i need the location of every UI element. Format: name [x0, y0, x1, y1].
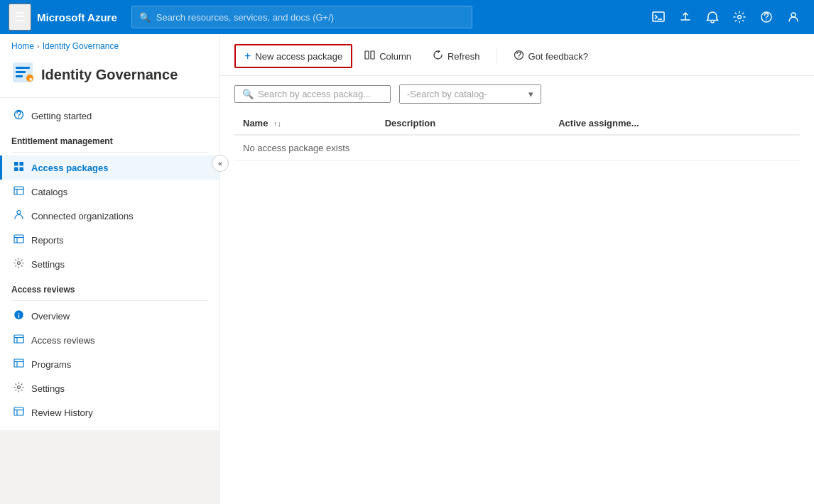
sidebar-collapse-button[interactable]: «: [212, 155, 229, 172]
chevron-down-icon: ▾: [528, 89, 533, 99]
svg-rect-31: [14, 359, 23, 367]
svg-rect-15: [20, 162, 24, 166]
svg-rect-16: [14, 168, 18, 172]
col-name-label: Name: [243, 118, 268, 128]
catalog-placeholder: -Search by catalog-: [407, 89, 487, 99]
page-header: ★ Identity Governance: [0, 55, 219, 98]
refresh-label: Refresh: [447, 51, 480, 62]
sidebar-item-connected-organizations[interactable]: Connected organizations: [0, 204, 219, 228]
col-description: Description: [376, 112, 550, 135]
new-access-package-label: New access package: [255, 51, 342, 62]
settings-entitlement-icon: [13, 258, 24, 270]
content-toolbar: + New access package Column Refresh: [220, 34, 814, 76]
feedback-button[interactable]: Got feedback?: [504, 45, 598, 67]
table-header-row: Name ↑↓ Description Active assignme...: [234, 112, 800, 135]
programs-label: Programs: [31, 359, 71, 370]
search-input[interactable]: [156, 12, 465, 23]
review-history-label: Review History: [31, 407, 93, 418]
topbar-actions: [646, 6, 805, 28]
svg-rect-14: [14, 162, 18, 166]
sort-icon: ↑↓: [273, 119, 281, 128]
breadcrumb-home[interactable]: Home: [11, 41, 34, 51]
sidebar-item-programs[interactable]: Programs: [0, 352, 219, 376]
svg-point-5: [791, 13, 796, 17]
getting-started-icon: [13, 109, 24, 122]
sidebar-item-review-history[interactable]: Review History: [0, 400, 219, 424]
svg-point-41: [518, 57, 519, 57]
svg-point-13: [18, 116, 19, 117]
column-button[interactable]: Column: [355, 45, 420, 67]
catalogs-label: Catalogs: [31, 187, 67, 197]
catalog-dropdown[interactable]: -Search by catalog- ▾: [399, 84, 541, 104]
table-empty-row: No access package exists: [234, 135, 800, 161]
sidebar-item-getting-started[interactable]: Getting started: [0, 104, 219, 128]
terminal-icon[interactable]: [646, 6, 671, 28]
sidebar-item-catalogs[interactable]: Catalogs: [0, 180, 219, 204]
refresh-button[interactable]: Refresh: [423, 45, 489, 67]
breadcrumb-current: Identity Governance: [43, 41, 119, 51]
svg-text:i: i: [18, 312, 20, 319]
catalogs-icon: [13, 185, 24, 198]
settings-entitlement-label: Settings: [31, 259, 65, 270]
svg-rect-39: [371, 51, 374, 59]
breadcrumb-separator: ›: [37, 42, 40, 50]
svg-rect-7: [16, 67, 30, 69]
sidebar-item-settings-reviews[interactable]: Settings: [0, 376, 219, 400]
programs-icon: [13, 358, 24, 371]
topbar: ☰ Microsoft Azure 🔍: [0, 0, 814, 34]
divider-access-reviews: [11, 300, 208, 301]
breadcrumb: Home › Identity Governance: [0, 34, 219, 55]
new-access-package-button[interactable]: + New access package: [234, 44, 352, 68]
svg-rect-38: [365, 51, 369, 59]
access-reviews-icon: [13, 334, 24, 346]
refresh-icon: [433, 50, 443, 62]
svg-rect-8: [16, 71, 26, 73]
svg-point-34: [18, 386, 21, 389]
divider-entitlement: [11, 152, 208, 153]
getting-started-label: Getting started: [31, 111, 92, 121]
global-search[interactable]: 🔍: [131, 6, 472, 28]
access-reviews-label: Access reviews: [31, 335, 95, 346]
brand-name: Microsoft Azure: [37, 11, 117, 23]
account-icon[interactable]: [781, 6, 805, 28]
settings-reviews-label: Settings: [31, 383, 65, 394]
table-container: Name ↑↓ Description Active assignme... N…: [220, 112, 814, 504]
sidebar-nav: Getting started Entitlement management A…: [0, 98, 219, 430]
svg-point-25: [18, 262, 21, 265]
reports-icon: [13, 234, 24, 246]
settings-icon[interactable]: [727, 6, 751, 28]
column-icon: [364, 50, 375, 62]
hamburger-button[interactable]: ☰: [9, 4, 31, 31]
upload-icon[interactable]: [673, 6, 698, 28]
svg-rect-22: [14, 235, 23, 243]
reports-label: Reports: [31, 235, 64, 246]
package-search-input[interactable]: [258, 89, 383, 99]
svg-rect-0: [653, 12, 664, 21]
sidebar-item-settings-entitlement[interactable]: Settings: [0, 252, 219, 276]
sidebar-item-reports[interactable]: Reports: [0, 228, 219, 252]
sidebar-item-access-packages[interactable]: Access packages: [0, 155, 219, 180]
svg-rect-28: [14, 335, 23, 343]
col-active-assignments: Active assignme...: [550, 112, 800, 135]
page-title: Identity Governance: [41, 67, 178, 83]
main-layout: Home › Identity Governance ★ Identity Go…: [0, 34, 814, 504]
sidebar-item-overview[interactable]: i Overview: [0, 304, 219, 328]
content-filters: 🔍 -Search by catalog- ▾: [220, 76, 814, 112]
svg-rect-18: [14, 187, 23, 195]
col-name[interactable]: Name ↑↓: [234, 112, 376, 135]
plus-icon: +: [244, 50, 251, 62]
column-label: Column: [379, 51, 411, 62]
svg-rect-9: [16, 75, 23, 77]
overview-icon: i: [13, 309, 24, 322]
access-packages-table: Name ↑↓ Description Active assignme... N…: [234, 112, 800, 161]
review-history-icon: [13, 406, 24, 419]
filter-search-icon: 🔍: [242, 89, 254, 99]
help-icon[interactable]: [754, 6, 778, 28]
col-description-label: Description: [385, 118, 436, 128]
overview-label: Overview: [31, 311, 70, 322]
notification-icon[interactable]: [700, 6, 725, 28]
svg-rect-17: [20, 168, 24, 172]
package-search[interactable]: 🔍: [234, 85, 391, 103]
sidebar-item-access-reviews[interactable]: Access reviews: [0, 328, 219, 352]
sidebar: Home › Identity Governance ★ Identity Go…: [0, 34, 220, 430]
